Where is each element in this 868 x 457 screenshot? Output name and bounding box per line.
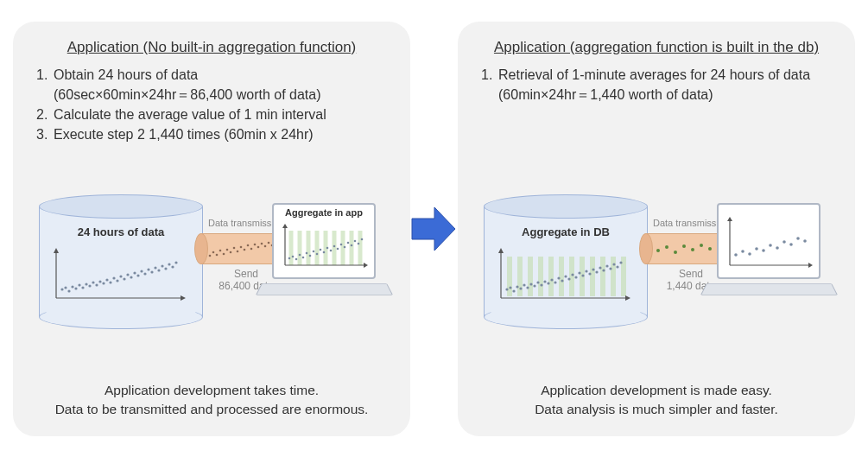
svg-point-51 [254,243,257,245]
svg-point-167 [789,243,793,246]
svg-point-77 [302,256,305,258]
db-label-left: 24 hours of data [39,225,203,238]
steps-right: 1.Retrieval of 1-minute averages for 24 … [479,65,833,160]
svg-point-18 [109,281,111,283]
svg-point-30 [150,270,153,273]
svg-point-6 [67,289,70,292]
svg-point-150 [691,248,694,251]
svg-point-116 [519,287,522,289]
svg-point-142 [609,267,611,270]
svg-point-159 [734,253,738,257]
svg-marker-3 [181,295,186,301]
conclusion-right: Application development is made easy. Da… [479,381,833,422]
svg-point-151 [700,244,703,247]
svg-point-87 [337,247,339,250]
svg-point-143 [612,263,615,265]
svg-point-163 [762,249,765,252]
svg-point-43 [226,248,229,251]
svg-point-29 [147,268,149,270]
panel-title-left: Application (No built-in aggregation fun… [35,39,389,56]
db-label-right: Aggregate in DB [484,225,648,238]
svg-point-133 [578,271,580,274]
svg-point-91 [351,244,353,246]
svg-point-134 [581,274,584,276]
arrow-right-icon [410,203,458,255]
svg-point-165 [776,246,779,250]
svg-point-42 [223,252,225,255]
svg-point-38 [209,254,212,257]
svg-point-15 [98,280,101,282]
svg-point-148 [674,251,677,254]
svg-point-16 [102,282,105,284]
svg-point-122 [540,283,542,286]
svg-point-88 [340,243,343,245]
svg-point-126 [554,281,556,283]
diagram-left: 24 hours of data Data transmission [35,168,389,333]
svg-point-5 [64,286,67,289]
svg-point-144 [616,265,618,268]
svg-point-84 [326,246,329,249]
svg-point-90 [347,241,350,244]
svg-point-119 [529,282,532,285]
laptop-title-left: Aggregate in app [274,207,374,218]
svg-point-94 [361,238,364,240]
svg-point-117 [523,283,525,286]
svg-point-13 [92,281,94,283]
svg-point-145 [619,261,622,263]
svg-point-12 [88,284,91,287]
svg-marker-158 [808,263,813,268]
svg-point-125 [550,278,553,281]
svg-point-130 [567,277,570,280]
svg-point-35 [168,263,170,265]
svg-point-32 [157,269,160,271]
svg-point-124 [547,282,549,284]
svg-point-44 [230,251,232,253]
panel-title-right: Application (aggregation function is bui… [479,39,833,56]
svg-point-147 [665,245,668,249]
svg-point-79 [309,254,312,257]
svg-marker-70 [282,224,288,228]
svg-marker-111 [625,295,630,301]
svg-point-140 [602,269,605,271]
svg-point-89 [344,245,346,248]
svg-point-21 [119,275,122,277]
svg-point-121 [536,281,539,283]
svg-point-169 [803,239,807,243]
svg-point-83 [323,251,326,253]
svg-point-4 [60,288,63,290]
svg-point-132 [574,276,577,278]
svg-point-81 [316,252,319,255]
svg-point-19 [112,276,115,279]
svg-point-28 [143,272,146,275]
svg-point-129 [564,275,567,277]
svg-point-74 [292,255,295,257]
svg-point-73 [288,257,291,259]
svg-point-113 [509,286,511,289]
panel-with-aggregation: Application (aggregation function is bui… [458,22,855,436]
svg-point-50 [250,247,253,250]
db-chart-right [497,246,635,307]
svg-point-127 [557,276,560,279]
svg-point-23 [126,273,129,276]
panel-no-aggregation: Application (No built-in aggregation fun… [13,22,410,436]
svg-point-11 [85,282,87,285]
svg-point-24 [130,276,132,278]
svg-point-39 [212,251,215,253]
svg-point-135 [585,270,587,272]
svg-point-37 [174,261,177,263]
svg-point-131 [571,273,573,276]
svg-point-33 [161,264,163,267]
svg-point-168 [796,237,800,240]
svg-point-164 [769,244,772,247]
svg-point-128 [561,279,563,282]
svg-point-75 [295,257,298,260]
svg-point-120 [533,284,535,287]
svg-point-123 [543,280,546,282]
conclusion-left: Application development takes time. Data… [35,381,389,422]
svg-marker-156 [727,217,732,221]
svg-point-82 [320,248,322,251]
svg-point-9 [78,283,80,286]
svg-point-14 [95,283,98,286]
svg-point-166 [782,240,786,244]
svg-point-146 [656,249,660,252]
